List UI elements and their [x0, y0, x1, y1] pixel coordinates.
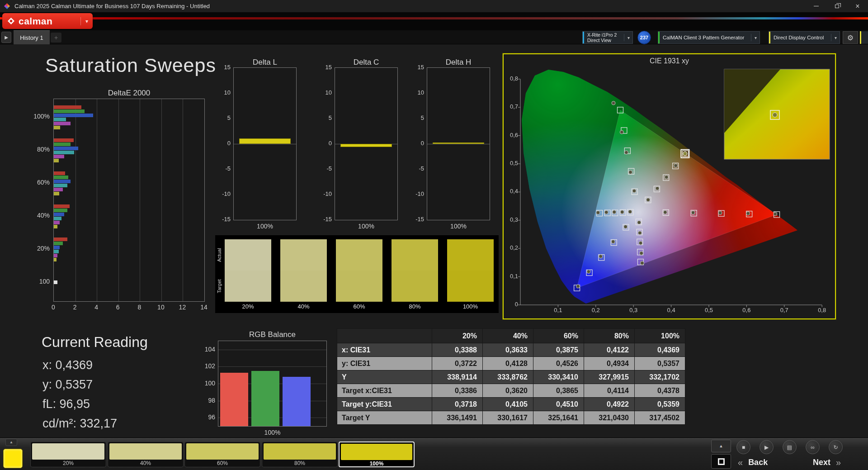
window-titlebar: Calman 2025 Calman Ultimate for Business…	[0, 0, 868, 12]
current-reading-y: y: 0,5357	[42, 378, 93, 392]
pattern-generator-dropdown[interactable]: CalMAN Client 3 Pattern Generator ▾	[658, 31, 760, 44]
workflow-nav-button[interactable]: ▶	[1, 32, 11, 43]
minimize-button[interactable]	[806, 0, 826, 12]
pattern-level-button-20%[interactable]: 20%	[30, 442, 106, 467]
red-measured-point	[774, 212, 777, 216]
save-button[interactable]: ▤	[783, 440, 797, 454]
table-cell: 0,5359	[635, 398, 685, 411]
chevron-up-icon: ▲	[719, 444, 723, 448]
deltae-bar	[54, 254, 57, 257]
rgb-balance-plot	[218, 341, 327, 427]
table-column-header: 80%	[584, 329, 635, 343]
table-cell: 0,3620	[483, 384, 533, 398]
table-row: Target x:CIE310,33860,36200,38650,41140,…	[337, 384, 685, 398]
table-column-header: 60%	[533, 329, 584, 343]
swatch-label: 80%	[264, 460, 336, 466]
results-table: 20%40%60%80%100% x: CIE310,33880,36330,3…	[337, 328, 685, 425]
yellow-measured-point	[646, 198, 650, 202]
table-cell: 330,3410	[533, 370, 584, 384]
rgb-balance-category: 100%	[218, 429, 327, 436]
deltae-chart-plot	[53, 99, 205, 302]
blue-measured-point	[624, 225, 627, 228]
table-row-label: y: CIE31	[337, 357, 432, 370]
swatch-color	[264, 443, 336, 460]
delta-bar	[340, 144, 392, 147]
pattern-level-button-60%[interactable]: 60%	[184, 442, 260, 467]
meter-accent	[583, 32, 584, 43]
table-cell: 0,4122	[584, 343, 635, 357]
deltae-bar	[54, 114, 93, 117]
minimize-icon	[814, 6, 819, 6]
green-balance-bar	[251, 371, 279, 426]
table-cell: 325,1641	[533, 411, 584, 425]
collapse-controls-button[interactable]: ▲	[711, 440, 731, 452]
cyan-measured-point	[620, 210, 624, 214]
stop-button[interactable]: ■	[736, 440, 750, 454]
blue-measured-point	[587, 270, 590, 273]
actual-patch	[392, 239, 438, 271]
new-tab-button[interactable]: +	[51, 33, 61, 43]
axis-tick-label: 5	[405, 114, 424, 121]
play-button[interactable]: ▶	[760, 440, 774, 454]
deltae-bar	[54, 280, 57, 284]
refresh-button[interactable]: ↻	[829, 440, 843, 454]
table-cell: 0,4114	[584, 384, 635, 398]
axis-tick-label: 15	[313, 64, 332, 71]
red-measured-point	[746, 212, 750, 215]
pattern-generator-label: CalMAN Client 3 Pattern Generator	[663, 35, 744, 40]
axis-tick-label: 0	[48, 304, 59, 311]
swatch-label: 20%	[32, 460, 104, 466]
deltae-row-label: 60%	[23, 179, 50, 186]
axis-tick-label: 10	[212, 89, 231, 96]
target-patch	[225, 271, 271, 302]
back-button[interactable]: « Back	[738, 456, 788, 469]
edge-panel-stub[interactable]	[860, 31, 868, 44]
display-control-dropdown[interactable]: Direct Display Control ▾	[769, 31, 840, 44]
meter-dropdown[interactable]: X-Rite i1Pro 2 Direct View ▾	[582, 31, 633, 44]
table-row: Y338,9114333,8762330,3410327,9915332,170…	[337, 370, 685, 384]
rgb-balance-y-axis: 1041021009896	[196, 341, 215, 427]
close-button[interactable]: ×	[847, 0, 868, 12]
gridline	[218, 350, 326, 350]
deltae-bar	[54, 122, 71, 125]
green-measured-point	[612, 101, 615, 105]
deltae-bar	[54, 225, 57, 228]
pattern-level-button-80%[interactable]: 80%	[262, 442, 338, 467]
next-button[interactable]: Next »	[813, 456, 863, 469]
blue-measured-point	[576, 285, 580, 288]
pattern-level-button-40%[interactable]: 40%	[108, 442, 184, 467]
deltae-bar	[54, 126, 60, 129]
axis-tick-label: -15	[405, 216, 424, 223]
deltae-x-axis: 02468101214	[53, 304, 207, 311]
axis-tick-label: 8	[134, 304, 145, 311]
blue-measured-point	[611, 240, 615, 243]
axis-tick-label: -15	[212, 216, 231, 223]
patch-label: 20%	[225, 303, 271, 310]
page-title: Saturation Sweeps	[45, 54, 216, 76]
pattern-level-button-100%[interactable]: 100%	[339, 442, 415, 467]
green-measured-point	[632, 189, 636, 193]
table-column-header: 40%	[483, 329, 533, 343]
axis-tick-label: 104	[196, 346, 215, 353]
axis-tick-label: -10	[313, 190, 332, 197]
chevron-down-icon[interactable]: ▾	[80, 17, 88, 25]
restore-button[interactable]	[826, 0, 847, 12]
calman-menu-button[interactable]: calman ▾	[2, 13, 93, 29]
deltae-bar	[54, 209, 67, 212]
current-measured-point	[683, 152, 687, 156]
tab-history-1[interactable]: History 1	[14, 30, 50, 44]
gear-icon: ⚙	[847, 33, 854, 42]
delta-c-y-axis: 151050-5-10-15	[313, 67, 332, 220]
axis-tick-label: 5	[212, 114, 231, 121]
green-measured-point	[624, 151, 628, 154]
deltae-bar	[54, 213, 64, 216]
axis-tick-label: 14	[198, 304, 209, 311]
green-measured-point	[620, 130, 623, 134]
red-measured-point	[691, 211, 695, 214]
deltae-bar	[54, 221, 60, 224]
axis-tick-label: 4	[91, 304, 102, 311]
settings-button[interactable]: ⚙	[843, 31, 858, 44]
continuous-measure-button[interactable]: ∞	[806, 440, 820, 454]
pattern-window-button[interactable]	[711, 454, 731, 469]
deltae-row-label: 20%	[23, 245, 50, 252]
